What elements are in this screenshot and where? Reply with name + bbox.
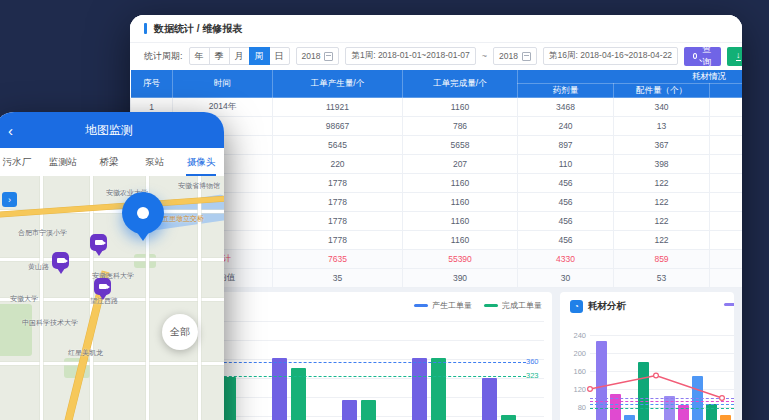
table-cell: 456: [518, 193, 614, 212]
period-option-年[interactable]: 年: [189, 47, 210, 65]
bar-产生工单量: [412, 358, 427, 420]
period-label: 统计周期:: [144, 50, 183, 63]
breadcrumb: 数据统计 / 维修报表: [130, 15, 742, 43]
table-cell: 1778: [273, 174, 403, 193]
camera-pin[interactable]: [52, 252, 69, 269]
bar-完成工单量: [501, 415, 516, 420]
table-cell: 5658: [403, 136, 518, 155]
period-option-周[interactable]: 周: [249, 47, 270, 65]
calendar-icon: [324, 52, 333, 61]
bar-完成工单量: [361, 400, 376, 420]
reference-label: 360: [526, 357, 550, 366]
week-end-value: 第16周: 2018-04-16~2018-04-22: [549, 50, 672, 62]
phone-tab-监测站[interactable]: 监测站: [40, 148, 86, 176]
table-row: 12014年119211160346834070250: [131, 98, 743, 117]
period-option-日[interactable]: 日: [269, 47, 290, 65]
table-cell: 13: [614, 117, 710, 136]
table-cell: 786: [403, 117, 518, 136]
table-cell: 1160: [403, 98, 518, 117]
bar-产生工单量: [482, 378, 497, 420]
period-option-月[interactable]: 月: [229, 47, 250, 65]
calendar-icon: [522, 52, 531, 61]
column-header: 工单完成量/个: [403, 70, 518, 98]
period-option-季[interactable]: 季: [209, 47, 230, 65]
map-label: 安徽大学: [10, 294, 38, 304]
back-icon[interactable]: ‹: [8, 123, 13, 138]
reference-line: [174, 362, 526, 363]
table-cell: 79: [710, 174, 743, 193]
table-cell: 90: [710, 155, 743, 174]
map-label: 中国科学技术大学: [22, 318, 78, 328]
phone-tab-摄像头[interactable]: 摄像头: [178, 148, 224, 176]
table-cell: 111: [710, 269, 743, 288]
bar-产生工单量: [342, 400, 357, 420]
table-cell: 859: [614, 250, 710, 269]
road: [198, 176, 201, 420]
consumables-chart-card: ◔ 耗材分析 2402001601208040: [560, 292, 734, 420]
phone-header: ‹ 地图监测: [0, 112, 224, 148]
range-separator: ~: [482, 51, 487, 61]
table-cell: 367: [614, 136, 710, 155]
table-cell: 897: [518, 136, 614, 155]
table-cell: 1778: [273, 231, 403, 250]
table-cell: 98667: [273, 117, 403, 136]
table-cell: 340: [614, 98, 710, 117]
week-start-input[interactable]: 第1周: 2018-01-01~2018-01-07: [345, 47, 475, 65]
reference-line: [174, 376, 526, 377]
table-cell: 390: [403, 269, 518, 288]
trend-line: [560, 292, 734, 420]
map-label: 安徽省博物馆: [178, 181, 220, 191]
table-cell: 122: [614, 174, 710, 193]
column-header: 序号: [131, 70, 173, 98]
camera-pin[interactable]: [90, 234, 107, 251]
week-end-input[interactable]: 第16周: 2018-04-16~2018-04-22: [543, 47, 678, 65]
table-cell: 5645: [273, 136, 403, 155]
table-cell: 4330: [518, 250, 614, 269]
column-header: 时间: [173, 70, 273, 98]
table-cell: 79: [710, 193, 743, 212]
map-label: 合肥市宁溪小学: [18, 228, 67, 238]
expand-button[interactable]: ›: [2, 192, 17, 207]
bar-产生工单量: [272, 358, 287, 420]
table-cell: 30: [518, 269, 614, 288]
column-header: 耗材情况: [518, 70, 743, 84]
table-cell: 220: [273, 155, 403, 174]
table-cell: 122: [614, 193, 710, 212]
road: [0, 362, 224, 365]
camera-icon: [99, 284, 107, 289]
map-label: 红星美凯龙: [68, 348, 103, 358]
table-cell: 1160: [403, 174, 518, 193]
year-start-select[interactable]: 2018: [296, 47, 340, 65]
phone-tab-桥梁[interactable]: 桥梁: [86, 148, 132, 176]
table-cell: 1778: [273, 212, 403, 231]
table-cell: 1160: [403, 231, 518, 250]
table-cell: 207: [403, 155, 518, 174]
table-cell: 7: [710, 117, 743, 136]
map-view[interactable]: › 全部 安徽农业大学安徽省博物馆五里墩立交桥合肥市宁溪小学黄山路安徽医科大学安…: [0, 176, 224, 420]
accent-bar: [144, 23, 147, 34]
year-end-select[interactable]: 2018: [493, 47, 537, 65]
table-cell: 11921: [273, 98, 403, 117]
table-cell: 1160: [403, 212, 518, 231]
query-button[interactable]: 查询: [684, 47, 721, 66]
camera-icon: [95, 240, 103, 245]
table-cell: 122: [614, 231, 710, 250]
table-header-row: 序号时间工单产生量/个工单完成量/个耗材情况: [131, 70, 743, 84]
export-excel-button[interactable]: ↓ 导出Excel: [727, 47, 742, 66]
phone-tab-污水厂[interactable]: 污水厂: [0, 148, 40, 176]
table-cell: 55390: [403, 250, 518, 269]
phone-tab-泵站[interactable]: 泵站: [132, 148, 178, 176]
table-header: 序号时间工单产生量/个工单完成量/个耗材情况药剂量配件量（个）用水量用电量: [131, 70, 743, 98]
marker-center-dot: [137, 207, 149, 219]
selected-location-marker[interactable]: [122, 192, 164, 234]
show-all-button[interactable]: 全部: [162, 314, 198, 350]
table-cell: 1778: [273, 193, 403, 212]
phone-title: 地图监测: [0, 122, 224, 139]
consumables-bar-line-chart: 2402001601208040: [560, 292, 734, 420]
table-cell: 3468: [518, 98, 614, 117]
screenshot-stage: 数据统计 / 维修报表 统计周期: 年季月周日 2018 第1周: 2018-0…: [0, 0, 769, 420]
table-cell: 79: [710, 231, 743, 250]
map-label: 五里墩立交桥: [162, 214, 204, 224]
table-cell: 456: [518, 231, 614, 250]
camera-pin[interactable]: [94, 278, 111, 295]
